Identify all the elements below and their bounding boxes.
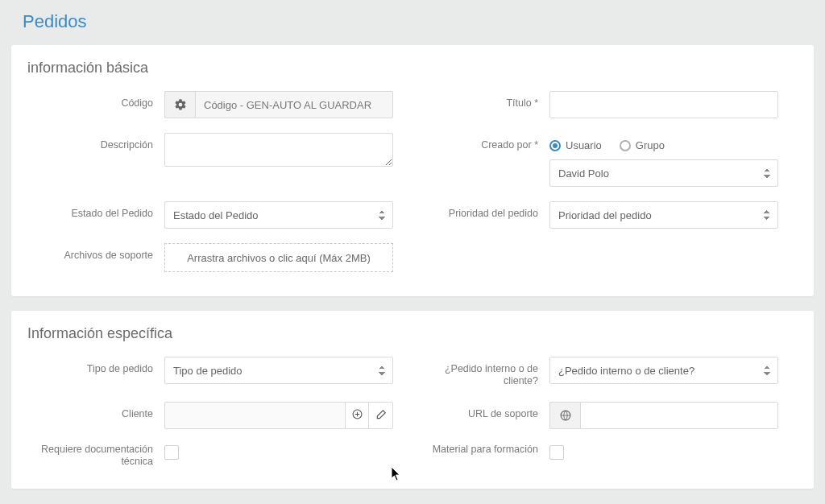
descripcion-textarea[interactable] bbox=[164, 133, 393, 167]
label-material: Material para formación bbox=[412, 444, 549, 456]
label-archivos: Archivos de soporte bbox=[27, 243, 164, 262]
label-codigo: Código bbox=[27, 91, 164, 109]
clear-button[interactable] bbox=[369, 402, 393, 429]
label-creado-por: Creado por * bbox=[412, 133, 549, 151]
label-estado: Estado del Pedido bbox=[27, 201, 164, 220]
page-title: Pedidos bbox=[0, 0, 825, 40]
panel-specific-info: Información específica Tipo de pedido Ti… bbox=[11, 311, 814, 489]
plus-circle-icon bbox=[352, 409, 363, 422]
cliente-lookup[interactable] bbox=[164, 402, 346, 429]
eraser-icon bbox=[375, 409, 387, 423]
label-prioridad: Prioridad del pedido bbox=[412, 201, 549, 220]
label-titulo: Título * bbox=[412, 91, 549, 109]
titulo-input[interactable] bbox=[549, 91, 778, 118]
radio-usuario[interactable]: Usuario bbox=[549, 139, 602, 151]
prioridad-select[interactable]: Prioridad del pedido bbox=[549, 201, 778, 229]
radio-grupo[interactable]: Grupo bbox=[620, 139, 665, 151]
label-interno: ¿Pedido interno o de cliente? bbox=[412, 357, 549, 387]
dropzone-hint: Arrastra archivos o clic aquí (Máx 2MB) bbox=[187, 252, 371, 264]
label-cliente: Cliente bbox=[27, 402, 164, 420]
label-req-doc: Requiere documentación técnica bbox=[27, 444, 164, 468]
globe-icon bbox=[549, 402, 580, 429]
req-doc-checkbox[interactable] bbox=[164, 445, 179, 460]
radio-usuario-label: Usuario bbox=[566, 139, 602, 151]
material-checkbox[interactable] bbox=[549, 445, 564, 460]
panel-basic-heading: información básica bbox=[27, 60, 798, 76]
file-dropzone[interactable]: Arrastra archivos o clic aquí (Máx 2MB) bbox=[164, 243, 393, 272]
label-url: URL de soporte bbox=[412, 402, 549, 420]
interno-select[interactable]: ¿Pedido interno o de cliente? bbox=[549, 357, 778, 384]
url-input[interactable] bbox=[580, 402, 778, 429]
creado-por-radio-group: Usuario Grupo bbox=[549, 133, 778, 151]
radio-grupo-label: Grupo bbox=[636, 139, 665, 151]
estado-select[interactable]: Estado del Pedido bbox=[164, 201, 393, 229]
radio-circle-icon bbox=[620, 140, 631, 151]
gears-icon bbox=[164, 91, 195, 118]
add-button[interactable] bbox=[346, 402, 370, 429]
creado-por-select[interactable]: David Polo bbox=[549, 159, 778, 187]
panel-basic-info: información básica Código Código - GEN-A… bbox=[11, 45, 814, 296]
radio-dot-icon bbox=[549, 140, 561, 151]
codigo-input: Código - GEN-AUTO AL GUARDAR bbox=[195, 91, 393, 118]
label-descripcion: Descripción bbox=[27, 133, 164, 151]
panel-specific-heading: Información específica bbox=[27, 325, 798, 342]
tipo-select[interactable]: Tipo de pedido bbox=[164, 357, 393, 384]
label-tipo: Tipo de pedido bbox=[27, 357, 164, 375]
